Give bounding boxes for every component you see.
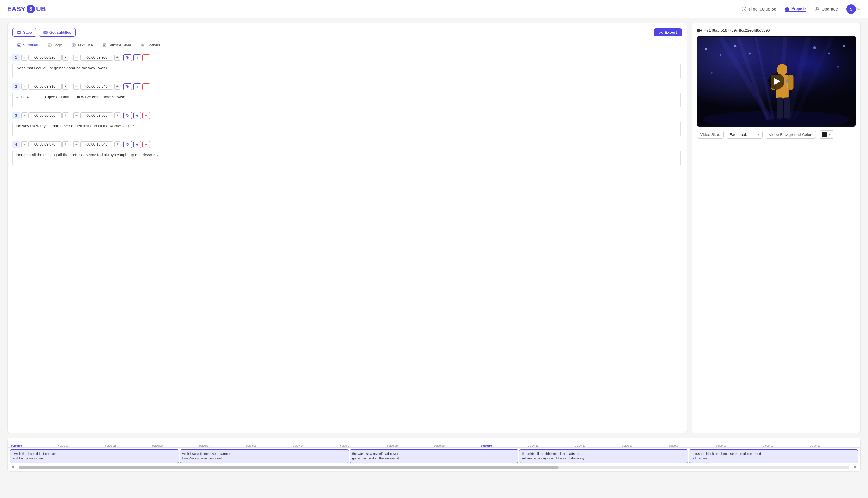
add-subtitle-button[interactable]: + bbox=[133, 54, 141, 61]
add-subtitle-button[interactable]: + bbox=[133, 141, 141, 148]
timeline-track-block[interactable]: thousand block and because the mall some… bbox=[689, 449, 858, 463]
end-time-input[interactable] bbox=[80, 141, 113, 147]
svg-rect-37 bbox=[788, 75, 793, 90]
play-button-overlay[interactable] bbox=[768, 73, 785, 90]
end-plus-button[interactable]: + bbox=[114, 55, 120, 61]
tab-subtitles[interactable]: Subtitles bbox=[12, 40, 43, 50]
timeline-track-block[interactable]: wish i was still not give a damn but how… bbox=[180, 449, 349, 463]
start-minus-button[interactable]: − bbox=[22, 83, 27, 90]
ruler-mark: 00:00:11 bbox=[528, 444, 575, 447]
save-button[interactable]: Save bbox=[12, 28, 37, 37]
upgrade-label: Upgrade bbox=[821, 6, 838, 11]
add-subtitle-button[interactable]: + bbox=[133, 83, 141, 90]
svg-point-32 bbox=[837, 66, 839, 67]
user-icon bbox=[815, 6, 820, 11]
svg-point-11 bbox=[142, 44, 143, 46]
subtitle-text-area[interactable]: i wish that i could just go back and be … bbox=[12, 63, 681, 79]
toolbar: Save Get subtitles Export bbox=[12, 28, 682, 37]
timeline-track-block[interactable]: the way i saw myself had never gotten lo… bbox=[350, 449, 519, 463]
svg-point-26 bbox=[734, 45, 737, 47]
projects-nav[interactable]: Projects bbox=[785, 6, 807, 12]
tab-subtitles-label: Subtitles bbox=[23, 43, 38, 47]
start-time-input[interactable] bbox=[28, 141, 62, 147]
subtitle-number: 3 bbox=[12, 112, 20, 119]
ruler-mark-label: 00:00:07 bbox=[340, 444, 350, 447]
time-start-ctrl: − + bbox=[22, 55, 68, 61]
projects-label: Projects bbox=[791, 6, 807, 11]
timeline-tracks: i wish that i could just go back and be … bbox=[8, 449, 860, 463]
end-minus-button[interactable]: − bbox=[73, 113, 79, 118]
time-value: Time: 00:08:58 bbox=[748, 6, 776, 11]
subtitle-text-area[interactable]: wish i was still not give a damn but how… bbox=[12, 92, 681, 108]
logo[interactable]: EASYSUB bbox=[7, 5, 46, 13]
bg-color-picker[interactable]: ▼ bbox=[819, 130, 834, 139]
ruler-mark: 00:00:04 bbox=[199, 444, 246, 447]
subtitle-text-area[interactable]: thoughts all the thinking all the parts … bbox=[12, 150, 681, 166]
timeline-scrollbar[interactable] bbox=[19, 466, 849, 469]
video-stage bbox=[697, 36, 856, 127]
tab-options[interactable]: Options bbox=[136, 40, 165, 50]
ruler-mark-label: 00:00:16 bbox=[763, 444, 774, 447]
tab-subtitle-style[interactable]: Subtitle Style bbox=[98, 40, 136, 50]
svg-point-25 bbox=[720, 54, 722, 56]
subtitle-row: 4 − + - − + ↻ + − bbox=[12, 141, 681, 148]
start-time-input[interactable] bbox=[28, 55, 62, 61]
ruler-mark: 00:00:09 bbox=[434, 444, 481, 447]
end-plus-button[interactable]: + bbox=[114, 113, 120, 118]
ruler-mark: 00:00:01 bbox=[58, 444, 105, 447]
timeline-track-block[interactable]: thoughts all the thinking all the parts … bbox=[519, 449, 688, 463]
tab-logo[interactable]: Logo bbox=[43, 40, 67, 50]
end-time-input[interactable] bbox=[80, 83, 113, 90]
avatar[interactable]: S bbox=[846, 4, 856, 14]
video-size-select[interactable]: Facebook YouTube Instagram Twitter bbox=[727, 131, 763, 139]
start-minus-button[interactable]: − bbox=[22, 55, 27, 61]
time-separator: - bbox=[70, 142, 72, 147]
refresh-button[interactable]: ↻ bbox=[124, 54, 132, 61]
ruler-mark-label: 00:00:06 bbox=[293, 444, 304, 447]
end-plus-button[interactable]: + bbox=[114, 83, 120, 90]
ruler-mark: 00:00:16 bbox=[763, 444, 810, 447]
tab-text-title[interactable]: Text Title bbox=[67, 40, 98, 50]
start-time-input[interactable] bbox=[28, 83, 62, 90]
add-subtitle-button[interactable]: + bbox=[133, 112, 141, 119]
export-button[interactable]: Export bbox=[654, 28, 682, 37]
subtitle-item: 2 − + - − + ↻ + − wish i was still not g… bbox=[12, 83, 681, 108]
start-minus-button[interactable]: − bbox=[22, 113, 27, 118]
svg-rect-6 bbox=[17, 44, 21, 47]
header: EASYSUB Time: 00:08:58 Projects Upgrade … bbox=[0, 0, 868, 18]
track-block-text: wish i was still not give a damn but how… bbox=[182, 451, 346, 461]
timeline-scroll-left[interactable]: ◀ bbox=[10, 464, 15, 469]
refresh-button[interactable]: ↻ bbox=[124, 83, 132, 90]
start-plus-button[interactable]: + bbox=[62, 113, 68, 118]
end-minus-button[interactable]: − bbox=[73, 141, 79, 147]
avatar-wrap[interactable]: S bbox=[846, 4, 861, 14]
end-time-input[interactable] bbox=[80, 55, 113, 61]
ruler-mark: 00:00:06 bbox=[293, 444, 340, 447]
refresh-button[interactable]: ↻ bbox=[124, 112, 132, 119]
start-plus-button[interactable]: + bbox=[62, 83, 68, 90]
timeline-scroll-right[interactable]: ▶ bbox=[853, 464, 858, 469]
video-id-row: 77148a8f5187739c4fcc22e5fd8c5596 bbox=[697, 28, 856, 32]
end-minus-button[interactable]: − bbox=[73, 55, 79, 61]
start-minus-button[interactable]: − bbox=[22, 141, 27, 147]
svg-point-41 bbox=[786, 79, 789, 83]
subtitle-text-area[interactable]: the way i saw myself had never gotten lo… bbox=[12, 121, 681, 137]
end-minus-button[interactable]: − bbox=[73, 83, 79, 90]
refresh-button[interactable]: ↻ bbox=[124, 141, 132, 148]
end-plus-button[interactable]: + bbox=[114, 141, 120, 147]
timeline-track-block[interactable]: i wish that i could just go back and be … bbox=[10, 449, 179, 463]
start-plus-button[interactable]: + bbox=[62, 141, 68, 147]
remove-subtitle-button[interactable]: − bbox=[142, 83, 150, 90]
color-swatch bbox=[821, 132, 827, 137]
start-time-input[interactable] bbox=[28, 113, 62, 118]
timeline-scrollbar-thumb bbox=[19, 466, 559, 469]
remove-subtitle-button[interactable]: − bbox=[142, 54, 150, 61]
time-end-ctrl: − + bbox=[73, 83, 120, 90]
remove-subtitle-button[interactable]: − bbox=[142, 112, 150, 119]
end-time-input[interactable] bbox=[80, 113, 113, 118]
upgrade-nav[interactable]: Upgrade bbox=[815, 6, 838, 11]
start-plus-button[interactable]: + bbox=[62, 55, 68, 61]
play-button[interactable] bbox=[768, 73, 785, 90]
remove-subtitle-button[interactable]: − bbox=[142, 141, 150, 148]
get-subtitles-button[interactable]: Get subtitles bbox=[39, 28, 76, 37]
